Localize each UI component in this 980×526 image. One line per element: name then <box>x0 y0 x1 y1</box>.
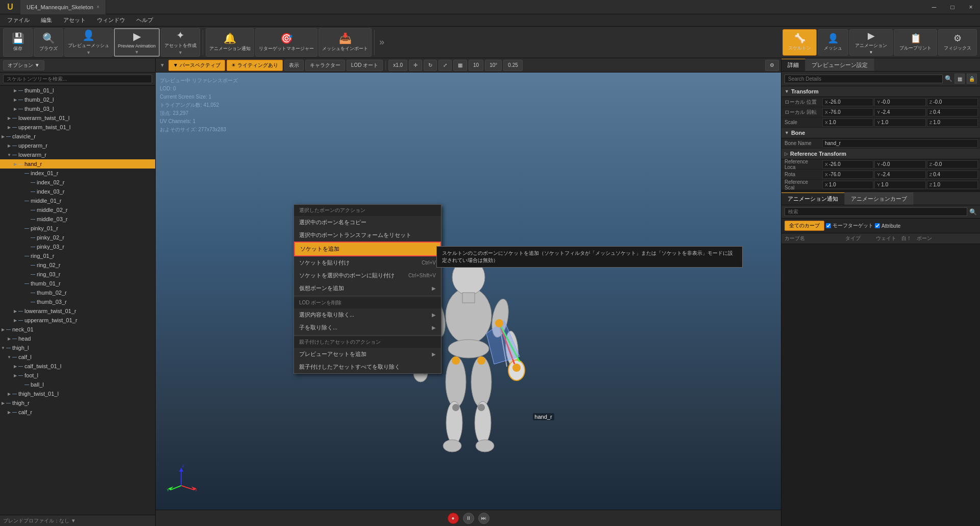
tree-item-upperarm_twist_01_r[interactable]: ▶—upperarm_twist_01_r <box>0 316 155 325</box>
tree-item-thumb_03_l[interactable]: ▶—thumb_03_l <box>0 104 155 113</box>
scale-y[interactable]: Y1.0 <box>874 118 925 127</box>
tree-item-thumb_01_l[interactable]: ▶—thumb_01_l <box>0 86 155 95</box>
local-rot-y[interactable]: Y-2.4 <box>874 108 925 116</box>
grid-view-button[interactable]: ▦ <box>954 74 965 84</box>
ref-scale-y[interactable]: Y1.0 <box>874 181 925 189</box>
viewport-3d[interactable]: プレビュー中 リファレンスポーズ LOD: 0 Current Screen S… <box>156 73 781 510</box>
tree-item-calf_twist_01_l[interactable]: ▶—calf_twist_01_l <box>0 362 155 371</box>
ref-rot-y[interactable]: Y-2.4 <box>874 171 925 179</box>
tree-item-middle_03_r[interactable]: —middle_03_r <box>0 214 155 224</box>
tree-item-calf_r[interactable]: ▶—calf_r <box>0 408 155 417</box>
tab-close-button[interactable]: × <box>96 4 100 10</box>
tree-item-ring_01_r[interactable]: —ring_01_r <box>0 251 155 260</box>
tree-item-lowerarm_r[interactable]: ▼—lowerarm_r <box>0 150 155 159</box>
tree-item-pinky_02_r[interactable]: —pinky_02_r <box>0 233 155 242</box>
tree-item-lowerarm_twist_01_r[interactable]: ▶—lowerarm_twist_01_r <box>0 306 155 316</box>
search-details-input[interactable] <box>785 75 943 83</box>
filter-attribute[interactable]: Attribute <box>875 221 900 231</box>
ctx-remove-all-attached[interactable]: 親子付けしたアセットすべてを取り除く <box>294 361 441 373</box>
ctx-copy-bone-name[interactable]: 選択中のボーン名をコピー <box>294 216 441 229</box>
tree-item-thigh_twist_01_l[interactable]: ▶—thigh_twist_01_l <box>0 389 155 398</box>
mode-skeleton[interactable]: 🦴 スケルトン <box>782 29 817 56</box>
tree-item-thigh_l[interactable]: ▼—thigh_l <box>0 343 155 352</box>
character-button[interactable]: キャラクター <box>305 60 345 71</box>
retarget-button[interactable]: 🎯 リターゲットマネージャー <box>255 28 317 57</box>
maximize-button[interactable]: □ <box>943 0 962 14</box>
perspective-button[interactable]: ▼ パースペクティブ <box>168 60 225 71</box>
tree-item-clavicle_r[interactable]: ▶—clavicle_r <box>0 132 155 141</box>
create-asset-button[interactable]: ✦ アセットを作成 ▼ <box>161 28 200 57</box>
tree-item-ring_02_r[interactable]: —ring_02_r <box>0 260 155 270</box>
ref-loc-z[interactable]: Z-0.0 <box>927 160 978 169</box>
ctx-remove-children[interactable]: 子を取り除く... ▶ <box>294 321 441 334</box>
camera-settings[interactable]: ⚙ <box>765 60 779 71</box>
more-button[interactable]: » <box>377 37 386 47</box>
minimize-button[interactable]: ─ <box>925 0 943 14</box>
ref-loc-y[interactable]: Y-0.0 <box>874 160 925 169</box>
tab-details[interactable]: 詳細 <box>781 59 805 71</box>
scale-x[interactable]: X1.0 <box>822 118 873 127</box>
ref-rot-x[interactable]: X-76.0 <box>822 171 873 179</box>
ctx-reset-transform[interactable]: 選択中のボーントランスフォームをリセット <box>294 229 441 242</box>
preview-mesh-button[interactable]: 👤 プレビューメッシュ ▼ <box>64 28 113 57</box>
mode-blueprint[interactable]: 📋 ブループリント <box>894 29 937 56</box>
record-button[interactable]: ● <box>448 513 459 524</box>
local-pos-z[interactable]: Z-0.0 <box>927 98 978 106</box>
tree-item-thumb_02_l[interactable]: ▶—thumb_02_l <box>0 95 155 104</box>
mode-physics[interactable]: ⚙ フィジックス <box>938 29 977 56</box>
options-button[interactable]: オプション ▼ <box>3 60 44 70</box>
menu-window[interactable]: ウィンドウ <box>92 15 130 25</box>
preview-animation-button[interactable]: ▶ Preview Animation ▼ <box>114 28 160 57</box>
ref-loc-x[interactable]: X-26.0 <box>822 160 873 169</box>
ctx-add-socket[interactable]: ソケットを追加 <box>294 242 441 256</box>
filter-morph-target[interactable]: モーフターゲット <box>826 221 873 231</box>
tree-item-thumb_03_r[interactable]: —thumb_03_r <box>0 297 155 306</box>
document-tab[interactable]: UE4_Mannequin_Skeleton × <box>20 0 106 14</box>
ref-rot-z[interactable]: Z0.4 <box>927 171 978 179</box>
ctx-remove-selected[interactable]: 選択内容を取り除く... ▶ <box>294 308 441 321</box>
next-frame-button[interactable]: ⏭ <box>478 513 489 524</box>
tree-item-calf_l[interactable]: ▼—calf_l <box>0 352 155 362</box>
menu-file[interactable]: ファイル <box>2 15 35 25</box>
ctx-add-preview-asset[interactable]: プレビューアセットを追加 ▶ <box>294 348 441 361</box>
tree-item-upperarm_r[interactable]: ▶—upperarm_r <box>0 141 155 150</box>
reference-transform-header[interactable]: ▷ Reference Transform <box>781 149 980 159</box>
pause-button[interactable]: ⏸ <box>463 513 474 524</box>
anim-notify-button[interactable]: 🔔 アニメーション通知 <box>206 28 254 57</box>
browse-button[interactable]: 🔍 ブラウズ <box>34 28 63 57</box>
close-button[interactable]: × <box>962 0 980 14</box>
tree-item-ring_03_r[interactable]: —ring_03_r <box>0 270 155 279</box>
tree-item-ball_l[interactable]: —ball_l <box>0 380 155 389</box>
mode-mesh[interactable]: 👤 メッシュ <box>818 29 848 56</box>
lighting-button[interactable]: ☀ ライティングあり <box>227 60 283 71</box>
filter-all-curves[interactable]: 全てのカーブ <box>785 221 824 231</box>
move-tool[interactable]: ✛ <box>409 60 422 71</box>
rotate-tool[interactable]: ↻ <box>424 60 437 71</box>
grid-button[interactable]: ▦ <box>453 60 467 71</box>
save-button[interactable]: 💾 保存 <box>3 28 33 57</box>
menu-help[interactable]: ヘルプ <box>131 15 158 25</box>
grid-size[interactable]: 10 <box>469 60 483 71</box>
lod-button[interactable]: LOD オート <box>347 60 383 71</box>
tab-anim-curve[interactable]: アニメーションカーブ <box>845 193 914 205</box>
tree-item-pinky_03_r[interactable]: —pinky_03_r <box>0 242 155 251</box>
angle-size[interactable]: 10° <box>485 60 502 71</box>
tree-item-lowerarm_twist_01_l[interactable]: ▶—lowerarm_twist_01_l <box>0 113 155 123</box>
mode-animation[interactable]: ▶ アニメーション ▼ <box>849 29 893 56</box>
ref-scale-z[interactable]: Z1.0 <box>927 181 978 189</box>
scale-size[interactable]: 0.25 <box>503 60 522 71</box>
blend-profile-button[interactable]: ブレンドプロファイル：なし ▼ <box>3 517 76 524</box>
local-rot-x[interactable]: X-76.0 <box>822 108 873 116</box>
tree-item-upperarm_twist_01_l[interactable]: ▶—upperarm_twist_01_l <box>0 123 155 132</box>
local-pos-x[interactable]: X-26.0 <box>822 98 873 106</box>
tree-item-neck_01[interactable]: ▶—neck_01 <box>0 325 155 334</box>
tree-item-thigh_r[interactable]: ▶—thigh_r <box>0 398 155 408</box>
attribute-checkbox[interactable] <box>875 223 880 228</box>
show-button[interactable]: 表示 <box>284 60 304 71</box>
bone-section-header[interactable]: ▼ Bone <box>781 128 980 138</box>
tree-item-thumb_01_r[interactable]: —thumb_01_r <box>0 279 155 288</box>
ctx-paste-socket[interactable]: ソケットを貼り付け Ctrl+V <box>294 256 441 269</box>
menu-edit[interactable]: 編集 <box>36 15 57 25</box>
scale-z[interactable]: Z1.0 <box>927 118 978 127</box>
menu-asset[interactable]: アセット <box>58 15 91 25</box>
